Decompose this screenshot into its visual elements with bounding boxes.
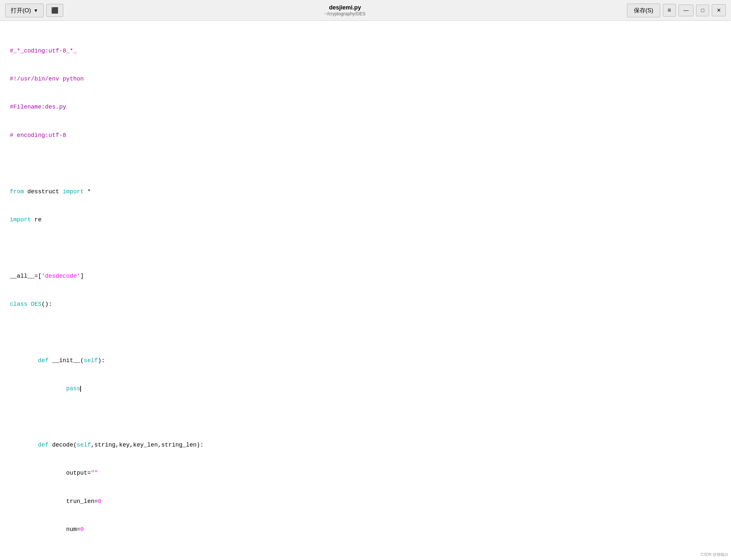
open-button[interactable]: 打开(O) ▼ bbox=[5, 4, 44, 17]
open-arrow-icon: ▼ bbox=[34, 8, 38, 13]
code-line-16: output="" bbox=[10, 468, 721, 478]
code-line-4: # encoding:utf-8 bbox=[10, 131, 721, 140]
code-line-14 bbox=[10, 412, 721, 422]
main-window: 打开(O) ▼ ⬛ desjiemi.py ~/cryptography/DES… bbox=[0, 0, 731, 560]
watermark: CSDN @猫狐白 bbox=[700, 552, 728, 557]
close-button[interactable]: ✕ bbox=[712, 4, 726, 16]
code-editor[interactable]: #_*_coding:utf-8_*_ #!/usr/bin/env pytho… bbox=[0, 21, 731, 560]
code-line-2: #!/usr/bin/env python bbox=[10, 74, 721, 84]
save-button[interactable]: 保存(S) bbox=[627, 4, 660, 17]
minimize-button[interactable]: — bbox=[679, 5, 694, 16]
titlebar-right: 保存(S) ≡ — □ ✕ bbox=[627, 4, 726, 17]
code-line-19 bbox=[10, 553, 721, 560]
filepath-title: ~/cryptography/DES bbox=[63, 11, 627, 16]
titlebar-center: desjiemi.py ~/cryptography/DES bbox=[63, 4, 627, 16]
code-line-11 bbox=[10, 328, 721, 337]
code-line-8 bbox=[10, 243, 721, 253]
code-line-10: class DES(): bbox=[10, 300, 721, 309]
code-line-3: #Filename:des.py bbox=[10, 102, 721, 112]
titlebar: 打开(O) ▼ ⬛ desjiemi.py ~/cryptography/DES… bbox=[0, 0, 731, 21]
code-line-13: pass bbox=[10, 384, 721, 393]
code-line-9: __all__=['desdecode'] bbox=[10, 272, 721, 281]
code-line-15: def decode(self,string,key,key_len,strin… bbox=[10, 440, 721, 450]
titlebar-left: 打开(O) ▼ ⬛ bbox=[5, 4, 63, 17]
save-file-icon: ⬛ bbox=[51, 7, 58, 14]
save-icon-button[interactable]: ⬛ bbox=[46, 4, 63, 17]
maximize-button[interactable]: □ bbox=[696, 5, 709, 16]
code-line-5 bbox=[10, 159, 721, 168]
open-label: 打开(O) bbox=[11, 7, 31, 14]
code-line-18: num=0 bbox=[10, 525, 721, 534]
code-line-12: def __init__(self): bbox=[10, 356, 721, 365]
menu-button[interactable]: ≡ bbox=[663, 4, 676, 17]
code-line-7: import re bbox=[10, 215, 721, 225]
code-line-17: trun_len=0 bbox=[10, 497, 721, 506]
code-line-1: #_*_coding:utf-8_*_ bbox=[10, 46, 721, 56]
code-line-6: from desstruct import * bbox=[10, 187, 721, 197]
filename-title: desjiemi.py bbox=[63, 4, 627, 11]
